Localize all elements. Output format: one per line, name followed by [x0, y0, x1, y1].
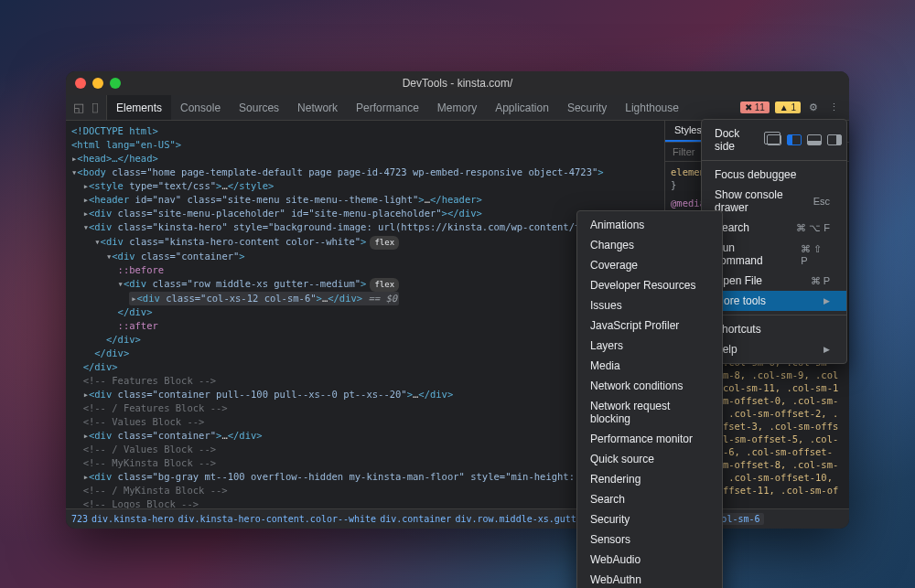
- tab-console[interactable]: Console: [171, 95, 230, 120]
- dock-undock-icon[interactable]: [767, 134, 781, 145]
- kebab-shortcuts[interactable]: Shortcuts: [702, 319, 846, 339]
- dom-tree-line[interactable]: <!-- / Values Block -->: [71, 443, 659, 456]
- more-tools-layers[interactable]: Layers: [577, 336, 722, 356]
- more-tools-javascript-profiler[interactable]: JavaScript Profiler: [577, 315, 722, 336]
- tab-performance[interactable]: Performance: [347, 95, 428, 120]
- menu-shortcut: ⌘ ⌥ F: [796, 222, 830, 234]
- breadcrumb-item[interactable]: div.container: [380, 514, 451, 524]
- tabbar-right: ✖ 11 ▲ 1 ⚙ ⋮: [733, 95, 849, 120]
- more-tools-webauthn[interactable]: WebAuthn: [577, 570, 722, 588]
- menu-shortcut: ⌘ P: [811, 275, 830, 287]
- dom-tree-line[interactable]: ▾<div class="kinsta-hero" style="backgro…: [71, 220, 659, 235]
- error-count-badge[interactable]: ✖ 11: [740, 102, 770, 113]
- panel-tabs: ElementsConsoleSourcesNetworkPerformance…: [107, 95, 733, 120]
- close-button[interactable]: [75, 78, 86, 89]
- dom-tree-line[interactable]: <!-- Features Block -->: [71, 374, 659, 388]
- kebab-help[interactable]: Help▶: [702, 339, 846, 359]
- dom-tree-line[interactable]: ▸<div class="container">…</div>: [71, 429, 659, 443]
- dom-tree-line[interactable]: <!-- / MyKinsta Block -->: [71, 484, 659, 497]
- titlebar: DevTools - kinsta.com/: [66, 71, 849, 95]
- toolbar-icons: ◱ ⌷: [66, 95, 107, 120]
- menu-separator: [702, 160, 846, 161]
- dom-tree-line[interactable]: ▸<style type="text/css">…</style>: [71, 179, 659, 193]
- tab-memory[interactable]: Memory: [428, 95, 486, 120]
- more-tools-security[interactable]: Security: [577, 509, 722, 529]
- dom-tree-line[interactable]: ▾<div class="row middle-xs gutter--mediu…: [71, 277, 659, 292]
- breadcrumb-item[interactable]: div.kinsta-hero: [92, 514, 174, 524]
- dom-tree-line[interactable]: ▾<body class="home page-template-default…: [71, 166, 659, 179]
- main-tabbar: ◱ ⌷ ElementsConsoleSourcesNetworkPerform…: [66, 95, 849, 121]
- breadcrumb-item[interactable]: 723: [71, 514, 88, 524]
- dom-tree-line[interactable]: <html lang="en-US">: [71, 138, 659, 152]
- more-tools-media[interactable]: Media: [577, 356, 722, 376]
- more-tools-changes[interactable]: Changes: [577, 235, 722, 255]
- elements-panel[interactable]: <!DOCTYPE html><html lang="en-US">▸<head…: [66, 121, 664, 508]
- dom-tree-line[interactable]: <!-- Values Block -->: [71, 415, 659, 429]
- more-tools-issues[interactable]: Issues: [577, 295, 722, 315]
- minimize-button[interactable]: [92, 78, 103, 89]
- warning-count: 1: [791, 102, 796, 112]
- dom-tree-line[interactable]: ▸<div class="col-xs-12 col-sm-6">…</div>…: [71, 292, 659, 305]
- kebab-menu: Dock side Focus debuggeeShow console dra…: [701, 119, 847, 364]
- more-tools-performance-monitor[interactable]: Performance monitor: [577, 429, 722, 449]
- dom-tree-line[interactable]: <!-- Logos Block -->: [71, 497, 659, 508]
- more-tools-quick-source[interactable]: Quick source: [577, 449, 722, 469]
- dom-tree-line[interactable]: ::before: [71, 263, 659, 277]
- dom-tree-line[interactable]: <!-- MyKinsta Block -->: [71, 456, 659, 470]
- more-tools-search[interactable]: Search: [577, 489, 722, 509]
- tab-elements[interactable]: Elements: [107, 95, 171, 120]
- dom-tree-line[interactable]: ▾<div class="kinsta-hero-content color--…: [71, 235, 659, 250]
- kebab-run-command[interactable]: Run command⌘ ⇧ P: [702, 238, 846, 271]
- dock-left-icon[interactable]: [787, 134, 802, 145]
- submenu-arrow-icon: ▶: [824, 345, 830, 354]
- dom-tree-line[interactable]: </div>: [71, 360, 659, 374]
- menu-shortcut: Esc: [813, 196, 830, 207]
- elements-breadcrumb: 723div.kinsta-herodiv.kinsta-hero-conten…: [66, 508, 849, 529]
- select-element-icon[interactable]: ◱: [73, 101, 84, 114]
- more-tools-animations[interactable]: Animations: [577, 215, 722, 235]
- dom-tree-line[interactable]: </div>: [71, 347, 659, 360]
- tab-network[interactable]: Network: [288, 95, 347, 120]
- kebab-search[interactable]: Search⌘ ⌥ F: [702, 218, 846, 238]
- error-count: 11: [755, 102, 765, 112]
- breadcrumb-item[interactable]: div.kinsta-hero-content.color--white: [178, 514, 376, 524]
- dom-tree-line[interactable]: ▸<head>…</head>: [71, 152, 659, 166]
- dom-tree-line[interactable]: ▸<div class="site-menu-placeholder" id="…: [71, 207, 659, 220]
- dock-side-row: Dock side: [702, 123, 846, 156]
- kebab-show-console-drawer[interactable]: Show console drawerEsc: [702, 185, 846, 218]
- menu-shortcut: ⌘ ⇧ P: [801, 243, 830, 266]
- more-tools-network-request-blocking[interactable]: Network request blocking: [577, 396, 722, 429]
- more-tools-network-conditions[interactable]: Network conditions: [577, 376, 722, 396]
- more-tools-sensors[interactable]: Sensors: [577, 529, 722, 550]
- dom-tree-line[interactable]: </div>: [71, 305, 659, 319]
- warning-count-badge[interactable]: ▲ 1: [775, 102, 801, 113]
- dom-tree-line[interactable]: ▸<div class="container pull--100 pull--x…: [71, 388, 659, 401]
- traffic-lights: [75, 78, 121, 89]
- dom-tree-line[interactable]: ▾<div class="container">: [71, 250, 659, 263]
- window-title: DevTools - kinsta.com/: [66, 77, 849, 90]
- more-tools-rendering[interactable]: Rendering: [577, 469, 722, 489]
- device-mode-icon[interactable]: ⌷: [92, 101, 99, 114]
- dock-bottom-icon[interactable]: [807, 134, 822, 145]
- more-tools-coverage[interactable]: Coverage: [577, 255, 722, 275]
- more-tools-developer-resources[interactable]: Developer Resources: [577, 275, 722, 295]
- tab-sources[interactable]: Sources: [230, 95, 288, 120]
- dock-right-icon[interactable]: [827, 134, 842, 145]
- menu-item-label: Focus debuggee: [715, 168, 796, 181]
- dom-tree-line[interactable]: ▸<header id="nav" class="site-menu site-…: [71, 193, 659, 207]
- dom-tree-line[interactable]: </div>: [71, 333, 659, 347]
- kebab-focus-debuggee[interactable]: Focus debuggee: [702, 165, 846, 185]
- settings-gear-icon[interactable]: ⚙: [806, 102, 821, 113]
- kebab-menu-icon[interactable]: ⋮: [826, 102, 842, 113]
- dom-tree-line[interactable]: <!DOCTYPE html>: [71, 124, 659, 138]
- more-tools-webaudio[interactable]: WebAudio: [577, 550, 722, 570]
- kebab-open-file[interactable]: Open File⌘ P: [702, 271, 846, 291]
- tab-application[interactable]: Application: [486, 95, 558, 120]
- dom-tree-line[interactable]: ▸<div class="bg-gray mt--100 overflow--h…: [71, 470, 659, 484]
- dom-tree-line[interactable]: <!-- / Features Block -->: [71, 401, 659, 415]
- tab-security[interactable]: Security: [558, 95, 616, 120]
- dom-tree-line[interactable]: ::after: [71, 319, 659, 333]
- maximize-button[interactable]: [110, 78, 121, 89]
- kebab-more-tools[interactable]: More tools▶: [702, 291, 846, 311]
- tab-lighthouse[interactable]: Lighthouse: [616, 95, 688, 120]
